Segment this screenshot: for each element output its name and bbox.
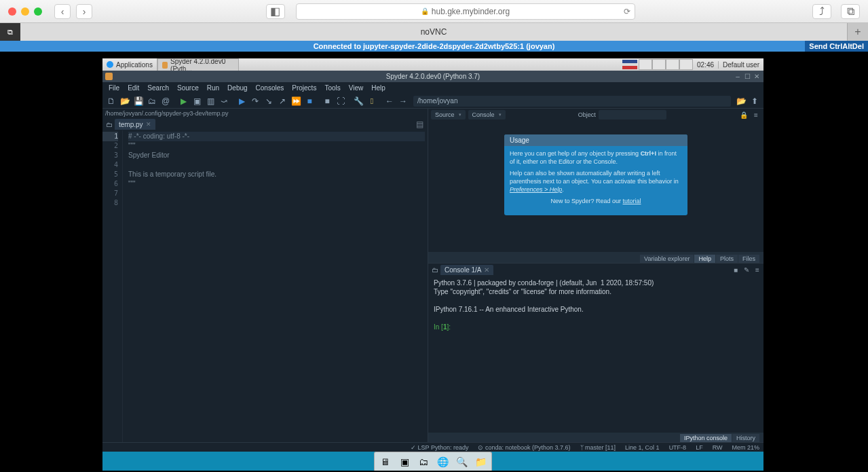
run-selection-icon[interactable]: ⤻ <box>218 95 230 107</box>
stop-icon[interactable]: ■ <box>321 95 333 107</box>
forward-button[interactable]: › <box>76 4 92 19</box>
app-finder-icon[interactable]: 🔍 <box>453 454 470 469</box>
cwd-forward-icon[interactable]: → <box>397 95 409 107</box>
browse-cwd-icon[interactable]: 📂 <box>735 95 747 107</box>
object-input[interactable] <box>599 110 666 120</box>
tab-variable-explorer[interactable]: Variable explorer <box>640 255 694 263</box>
menu-tools[interactable]: Tools <box>321 84 343 92</box>
vnc-viewport: Applications Spyder 4.2.0.dev0 (Pyth... … <box>0 52 868 472</box>
spyder-titlebar[interactable]: Spyder 4.2.0.dev0 (Python 3.7) – ☐ ✕ <box>102 71 763 82</box>
menu-help[interactable]: Help <box>368 84 389 92</box>
pythonpath-icon[interactable]: 𓆙 <box>366 95 378 107</box>
code-editor[interactable]: 12345678 # -*- coding: utf-8 -*-""" Spyd… <box>102 130 428 442</box>
back-button[interactable]: ‹ <box>54 4 71 19</box>
help-console-dropdown[interactable]: Console▾ <box>468 110 506 120</box>
debug-icon[interactable]: ▶ <box>235 95 248 107</box>
keyboard-layout-icon[interactable] <box>622 60 637 69</box>
share-button[interactable]: ⤴ <box>812 4 831 19</box>
maximize-pane-icon[interactable]: ⛶ <box>335 95 347 107</box>
right-panes: Source▾ Console▾ Object 🔒 ≡ Usage <box>428 109 763 442</box>
maximize-icon[interactable]: ☐ <box>743 73 751 80</box>
workspace-switcher[interactable] <box>639 59 693 70</box>
file-manager-icon[interactable]: 🗂 <box>415 454 432 469</box>
taskbar-item-spyder[interactable]: Spyder 4.2.0.dev0 (Pyth... <box>157 58 239 71</box>
show-desktop-icon[interactable]: 🖥 <box>377 454 394 469</box>
menu-run[interactable]: Run <box>204 84 223 92</box>
browser-tab[interactable]: noVNC <box>20 23 848 41</box>
sidebar-toggle-icon[interactable]: ◧ <box>266 4 285 19</box>
run-cell-icon[interactable]: ▣ <box>191 95 203 107</box>
new-file-icon[interactable]: 🗋 <box>105 95 117 107</box>
terminal-icon[interactable]: ▣ <box>396 454 413 469</box>
step-into-icon[interactable]: ↘ <box>263 95 275 107</box>
address-bar[interactable]: 🔒 hub.gke.mybinder.org ⟳ <box>296 3 635 20</box>
tab-help[interactable]: Help <box>694 255 715 263</box>
console-output[interactable]: Python 3.7.6 | packaged by conda-forge |… <box>428 276 763 433</box>
open-file-icon[interactable]: 📂 <box>119 95 131 107</box>
user-menu[interactable]: Default user <box>718 61 763 69</box>
minimize-icon[interactable]: – <box>734 73 742 80</box>
status-git[interactable]: ᛘ master [11] <box>580 444 616 451</box>
menu-source[interactable]: Source <box>174 84 202 92</box>
minimize-window-icon[interactable] <box>21 7 29 16</box>
console-stop-icon[interactable]: ■ <box>731 266 740 274</box>
run-cell-advance-icon[interactable]: ▥ <box>204 95 216 107</box>
split-editor-icon[interactable]: ▤ <box>413 120 426 129</box>
tabs-overview-button[interactable]: ⧉ <box>841 4 860 19</box>
status-conda[interactable]: ⊙ conda: notebook (Python 3.7.6) <box>478 444 570 451</box>
close-window-icon[interactable] <box>8 7 16 16</box>
web-browser-icon[interactable]: 🌐 <box>434 454 451 469</box>
run-icon[interactable]: ▶ <box>177 95 189 107</box>
usage-text-2: Help can also be shown automatically aft… <box>510 170 682 194</box>
status-encoding: UTF-8 <box>669 444 687 451</box>
close-icon[interactable]: ✕ <box>753 73 761 80</box>
applications-menu-button[interactable]: Applications <box>102 58 157 71</box>
save-file-icon[interactable]: 💾 <box>132 95 145 107</box>
cwd-input[interactable]: /home/jovyan <box>413 96 731 107</box>
file-switcher-icon[interactable]: 🗀 <box>104 121 115 128</box>
tutorial-link[interactable]: tutorial <box>623 198 641 204</box>
applications-icon <box>107 61 113 68</box>
menu-file[interactable]: File <box>105 84 123 92</box>
cwd-parent-icon[interactable]: ⬆ <box>749 95 761 107</box>
close-tab-icon[interactable]: ✕ <box>146 121 151 128</box>
help-source-dropdown[interactable]: Source▾ <box>431 110 466 120</box>
menu-view[interactable]: View <box>345 84 367 92</box>
tab-history[interactable]: History <box>732 434 759 442</box>
send-ctrlaltdel-button[interactable]: Send CtrlAltDel <box>805 41 868 52</box>
tab-files[interactable]: Files <box>738 255 759 263</box>
preferences-icon[interactable]: 🔧 <box>352 95 364 107</box>
editor-tab-temp[interactable]: temp.py ✕ <box>115 119 155 130</box>
continue-icon[interactable]: ⏩ <box>290 95 302 107</box>
step-over-icon[interactable]: ↷ <box>249 95 261 107</box>
save-all-icon[interactable]: 🗂 <box>146 95 158 107</box>
console-switcher-icon[interactable]: 🗀 <box>430 266 440 274</box>
vnc-connection-banner: Connected to jupyter-spyder-2dide-2dspyd… <box>0 41 868 52</box>
maximize-window-icon[interactable] <box>34 7 42 16</box>
status-lsp[interactable]: ✓ LSP Python: ready <box>411 444 468 451</box>
menu-debug[interactable]: Debug <box>224 84 250 92</box>
close-console-icon[interactable]: ✕ <box>484 266 489 274</box>
cwd-back-icon[interactable]: ← <box>383 95 396 107</box>
at-icon[interactable]: @ <box>159 95 172 107</box>
new-tab-button[interactable]: + <box>848 23 868 41</box>
usage-text-1: Here you can get help of any object by p… <box>510 150 682 166</box>
help-lock-icon[interactable]: 🔒 <box>739 111 749 119</box>
home-folder-icon[interactable]: 📁 <box>472 454 489 469</box>
menu-consoles[interactable]: Consoles <box>252 84 288 92</box>
code-content[interactable]: # -*- coding: utf-8 -*-""" Spyder Editor… <box>123 130 428 442</box>
console-clear-icon[interactable]: ✎ <box>742 266 751 274</box>
clock[interactable]: 02:46 <box>693 61 718 69</box>
spyder-menubar: File Edit Search Source Run Debug Consol… <box>102 82 763 94</box>
menu-projects[interactable]: Projects <box>288 84 320 92</box>
menu-search[interactable]: Search <box>144 84 172 92</box>
stop-debug-icon[interactable]: ■ <box>303 95 316 107</box>
menu-edit[interactable]: Edit <box>124 84 143 92</box>
reload-icon[interactable]: ⟳ <box>624 7 630 16</box>
step-out-icon[interactable]: ↗ <box>276 95 288 107</box>
help-options-icon[interactable]: ≡ <box>751 111 761 119</box>
console-options-icon[interactable]: ≡ <box>753 266 762 274</box>
tab-ipython-console[interactable]: IPython console <box>680 434 732 442</box>
tab-plots[interactable]: Plots <box>716 255 738 263</box>
console-tab[interactable]: Console 1/A ✕ <box>440 265 493 275</box>
